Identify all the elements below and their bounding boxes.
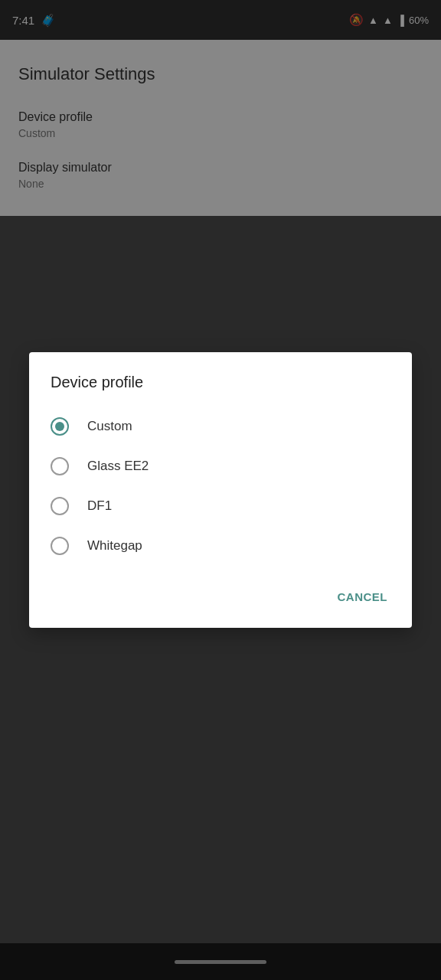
radio-glass-ee2-circle [51,457,69,475]
radio-whitegap-circle [51,537,69,555]
device-profile-dialog: Device profile Custom Glass EE2 DF1 Whit… [29,352,412,628]
radio-option-glass-ee2[interactable]: Glass EE2 [29,446,412,486]
dialog-title: Device profile [29,374,412,407]
radio-whitegap-label: Whitegap [87,538,142,554]
dialog-overlay: Device profile Custom Glass EE2 DF1 Whit… [0,0,441,980]
radio-option-whitegap[interactable]: Whitegap [29,526,412,566]
radio-custom-circle [51,417,69,436]
cancel-button[interactable]: CANCEL [328,584,397,609]
dialog-actions: CANCEL [29,572,412,622]
radio-df1-circle [51,497,69,515]
radio-option-df1[interactable]: DF1 [29,486,412,526]
radio-option-custom[interactable]: Custom [29,407,412,446]
radio-glass-ee2-label: Glass EE2 [87,459,149,474]
radio-custom-label: Custom [87,419,132,434]
radio-df1-label: DF1 [87,498,112,514]
